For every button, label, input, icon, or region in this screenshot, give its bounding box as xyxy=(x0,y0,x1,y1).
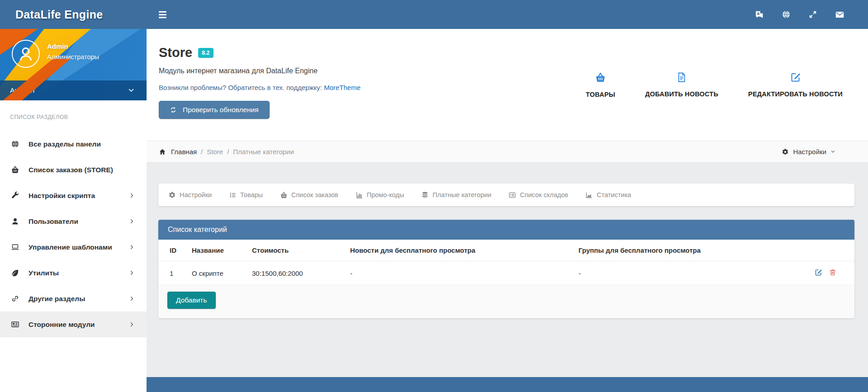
translate-icon[interactable] xyxy=(754,10,764,19)
check-updates-button[interactable]: Проверить обновления xyxy=(159,101,270,119)
list-alt-icon xyxy=(508,191,516,199)
quick-shortcuts: ТОВАРЫ ДОБАВИТЬ НОВОСТЬ РЕДАКТИРОВАТЬ НО… xyxy=(586,29,868,141)
chevron-right-icon xyxy=(129,218,135,224)
sidebar-item-other-sections[interactable]: Другие разделы xyxy=(0,286,147,312)
globe-icon[interactable] xyxy=(782,10,791,19)
document-icon xyxy=(676,72,687,83)
version-badge: 8.2 xyxy=(198,48,213,58)
support-line: Возникли проблемы? Обратитесь в тех. под… xyxy=(159,84,360,91)
sidebar-item-label: Управление шаблонами xyxy=(28,243,112,251)
support-link[interactable]: MoreTheme xyxy=(324,84,360,91)
nav-section-label: СПИСОК РАЗДЕЛОВ xyxy=(0,114,147,131)
main-area: Store 8.2 Модуль интернет магазина для D… xyxy=(147,29,868,392)
settings-dropdown[interactable]: Настройки xyxy=(782,148,835,156)
page-subtitle: Модуль интернет магазина для DataLife En… xyxy=(159,67,360,75)
column-actions xyxy=(805,240,854,261)
page-title: Store xyxy=(159,45,192,60)
delete-row-button[interactable] xyxy=(829,269,836,276)
laptop-icon xyxy=(11,243,19,251)
basket-icon xyxy=(11,165,19,174)
shortcut-label: ДОБАВИТЬ НОВОСТЬ xyxy=(645,90,718,98)
table-header-row: ID Название Стоимость Новости для беспла… xyxy=(158,240,854,261)
chevron-down-icon xyxy=(830,149,835,154)
tab-statistics[interactable]: Статистика xyxy=(585,191,631,199)
chevron-down-icon xyxy=(128,87,135,94)
topbar: DataLife Engine xyxy=(0,0,868,29)
sidebar-item-third-party-modules[interactable]: Сторонние модули xyxy=(0,312,147,337)
footer-bar xyxy=(147,377,868,392)
link-icon xyxy=(11,294,19,303)
sidebar-item-label: Список заказов (STORE) xyxy=(28,166,113,174)
hamburger-icon[interactable] xyxy=(157,9,168,20)
newspaper-icon xyxy=(11,320,19,329)
tab-label: Статистика xyxy=(597,191,631,198)
sidebar-banner: Admin Администраторы Аккаунт xyxy=(0,29,147,100)
tab-label: Платные категории xyxy=(432,191,491,198)
shortcut-label: РЕДАКТИРОВАТЬ НОВОСТИ xyxy=(748,90,843,98)
tab-label: Настройки xyxy=(180,191,212,198)
support-text: Возникли проблемы? Обратитесь в тех. под… xyxy=(159,84,322,91)
tab-goods[interactable]: Товары xyxy=(229,191,263,199)
list-icon xyxy=(229,191,237,199)
sidebar-item-templates[interactable]: Управление шаблонами xyxy=(0,234,147,260)
chart-bar-icon xyxy=(356,191,363,199)
tab-promo-codes[interactable]: Промо-коды xyxy=(356,191,404,199)
sidebar-item-label: Настройки скрипта xyxy=(28,192,95,200)
panel-footer: Добавить xyxy=(158,285,854,318)
column-name: Название xyxy=(187,240,247,261)
panel-title: Список категорий xyxy=(158,220,854,240)
sidebar-item-users[interactable]: Пользователи xyxy=(0,208,147,234)
breadcrumb-separator: / xyxy=(227,148,229,156)
tab-label: Список заказов xyxy=(291,191,338,198)
sidebar-item-label: Сторонние модули xyxy=(28,321,95,329)
gear-icon xyxy=(168,191,176,199)
user-name: Admin xyxy=(47,43,99,50)
sidebar-item-label: Другие разделы xyxy=(28,295,85,303)
shortcut-goods[interactable]: ТОВАРЫ xyxy=(586,72,615,98)
cell-free-groups: - xyxy=(574,261,805,285)
module-tabs: Настройки Товары Список заказов Промо-ко… xyxy=(158,184,854,206)
sidebar-item-label: Пользователи xyxy=(28,217,78,226)
database-icon xyxy=(421,191,429,199)
cell-id: 1 xyxy=(158,261,187,285)
breadcrumb: Главная / Store / Платные категории Наст… xyxy=(147,141,868,163)
basket-icon xyxy=(595,72,606,83)
settings-label: Настройки xyxy=(793,148,826,156)
sidebar-item-store-orders[interactable]: Список заказов (STORE) xyxy=(0,157,147,183)
tab-label: Список складов xyxy=(520,191,568,198)
categories-panel: Список категорий ID Название Стоимость Н… xyxy=(158,220,854,318)
shortcut-add-news[interactable]: ДОБАВИТЬ НОВОСТЬ xyxy=(645,72,718,98)
sidebar-item-utilities[interactable]: Утилиты xyxy=(0,260,147,286)
breadcrumb-separator: / xyxy=(201,148,203,156)
shortcut-edit-news[interactable]: РЕДАКТИРОВАТЬ НОВОСТИ xyxy=(748,72,843,98)
content-area: Настройки Товары Список заказов Промо-ко… xyxy=(147,163,868,318)
chevron-right-icon xyxy=(129,244,135,250)
home-icon[interactable] xyxy=(159,148,166,156)
edit-row-button[interactable] xyxy=(815,269,822,276)
chevron-right-icon xyxy=(129,296,135,302)
column-price: Стоимость xyxy=(247,240,346,261)
basket-icon xyxy=(280,191,288,199)
breadcrumb-home[interactable]: Главная xyxy=(171,148,197,156)
page-header: Store 8.2 Модуль интернет магазина для D… xyxy=(147,29,868,141)
tab-warehouses[interactable]: Список складов xyxy=(508,191,568,199)
sidebar-item-all-sections[interactable]: Все разделы панели xyxy=(0,131,147,157)
tab-orders[interactable]: Список заказов xyxy=(280,191,338,199)
sidebar-item-script-settings[interactable]: Настройки скрипта xyxy=(0,183,147,208)
app-title: DataLife Engine xyxy=(0,8,147,21)
wrench-icon xyxy=(11,191,19,200)
column-id: ID xyxy=(158,240,187,261)
fullscreen-icon[interactable] xyxy=(808,10,817,19)
sidebar-item-label: Все разделы панели xyxy=(28,140,101,148)
mail-icon[interactable] xyxy=(835,10,844,19)
leaf-icon xyxy=(11,269,19,277)
tab-settings[interactable]: Настройки xyxy=(168,191,212,199)
chevron-right-icon xyxy=(129,270,135,276)
categories-table: ID Название Стоимость Новости для беспла… xyxy=(158,240,854,285)
add-category-button[interactable]: Добавить xyxy=(167,292,216,309)
chevron-right-icon xyxy=(129,193,135,198)
breadcrumb-store[interactable]: Store xyxy=(207,148,223,156)
chart-area-icon xyxy=(585,191,593,199)
tab-paid-categories[interactable]: Платные категории xyxy=(421,191,491,199)
cell-name: О скрипте xyxy=(187,261,247,285)
